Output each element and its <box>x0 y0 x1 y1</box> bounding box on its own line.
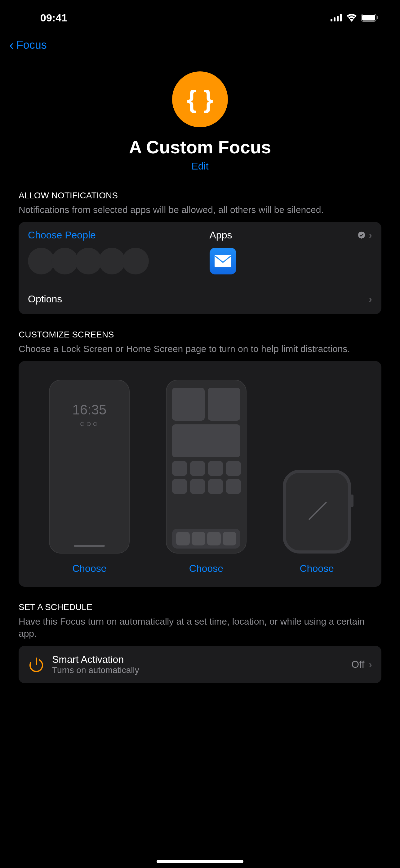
focus-title: A Custom Focus <box>129 136 271 157</box>
lock-screen-item[interactable]: 16:35 ○○○ Choose <box>49 380 130 574</box>
smart-activation-row[interactable]: Smart Activation Turns on automatically … <box>19 646 381 683</box>
screens-card: 16:35 ○○○ Choose Choose <box>19 361 381 587</box>
svg-rect-3 <box>340 14 342 22</box>
schedule-section: SET A SCHEDULE Have this Focus turn on a… <box>0 602 400 683</box>
section-desc: Choose a Lock Screen or Home Screen page… <box>19 343 381 355</box>
edit-button[interactable]: Edit <box>191 160 208 172</box>
person-placeholder <box>52 248 78 274</box>
checkmark-seal-icon <box>358 231 366 239</box>
lock-screen-time: 16:35 <box>72 402 106 417</box>
section-header: CUSTOMIZE SCREENS <box>19 330 381 340</box>
focus-header: { } A Custom Focus Edit <box>0 59 400 191</box>
chevron-right-icon: › <box>369 229 372 241</box>
options-label: Options <box>28 293 62 305</box>
person-placeholder <box>99 248 125 274</box>
power-icon <box>28 656 45 673</box>
choose-people-cell[interactable]: Choose People <box>19 222 200 284</box>
svg-rect-2 <box>337 16 339 22</box>
braces-icon: { } <box>187 85 213 114</box>
smart-activation-subtitle: Turns on automatically <box>52 665 344 675</box>
svg-rect-6 <box>377 16 378 19</box>
smart-activation-value: Off <box>351 659 364 670</box>
status-icons <box>331 14 378 22</box>
watch-face-preview <box>283 470 351 554</box>
nav-bar: ‹ Focus <box>0 31 400 59</box>
section-header: SET A SCHEDULE <box>19 602 381 612</box>
svg-rect-7 <box>214 255 231 267</box>
watch-face-item[interactable]: Choose <box>283 470 351 574</box>
home-screen-preview <box>166 380 246 554</box>
svg-line-9 <box>309 512 317 519</box>
status-time: 09:41 <box>40 12 67 24</box>
home-screen-item[interactable]: Choose <box>166 380 246 574</box>
focus-icon-circle[interactable]: { } <box>172 71 228 127</box>
watch-hands-icon <box>298 493 335 530</box>
person-placeholder <box>28 248 55 274</box>
chevron-right-icon: › <box>369 659 372 670</box>
choose-watch-face-button[interactable]: Choose <box>300 563 334 574</box>
lock-widgets-icon: ○○○ <box>80 419 99 429</box>
battery-icon <box>361 14 378 22</box>
lock-screen-preview: 16:35 ○○○ <box>49 380 130 554</box>
choose-lock-screen-button[interactable]: Choose <box>72 563 106 574</box>
status-bar: 09:41 <box>0 0 400 31</box>
cellular-icon <box>331 14 342 22</box>
choose-home-screen-button[interactable]: Choose <box>189 563 223 574</box>
people-placeholders <box>28 248 191 274</box>
customize-screens-section: CUSTOMIZE SCREENS Choose a Lock Screen o… <box>0 330 400 587</box>
person-placeholder <box>75 248 102 274</box>
allow-notifications-section: ALLOW NOTIFICATIONS Notifications from s… <box>0 191 400 314</box>
person-placeholder <box>122 248 149 274</box>
section-header: ALLOW NOTIFICATIONS <box>19 191 381 200</box>
notifications-card: Choose People Apps › <box>19 222 381 314</box>
chevron-left-icon: ‹ <box>9 38 14 52</box>
apps-title: Apps <box>210 229 232 241</box>
section-desc: Have this Focus turn on automatically at… <box>19 615 381 640</box>
svg-line-8 <box>317 502 326 512</box>
back-button[interactable]: ‹ Focus <box>9 38 47 52</box>
chevron-right-icon: › <box>369 293 372 305</box>
section-desc: Notifications from selected apps will be… <box>19 204 381 216</box>
choose-people-title: Choose People <box>28 229 191 241</box>
home-indicator[interactable] <box>157 860 243 863</box>
apps-cell[interactable]: Apps › <box>200 222 382 284</box>
svg-rect-5 <box>362 15 375 21</box>
options-row[interactable]: Options › <box>19 284 381 314</box>
svg-rect-0 <box>331 19 332 22</box>
svg-rect-1 <box>334 18 335 22</box>
wifi-icon <box>346 14 357 22</box>
smart-activation-title: Smart Activation <box>52 654 344 665</box>
back-label: Focus <box>16 38 47 52</box>
mail-app-icon <box>210 248 236 274</box>
